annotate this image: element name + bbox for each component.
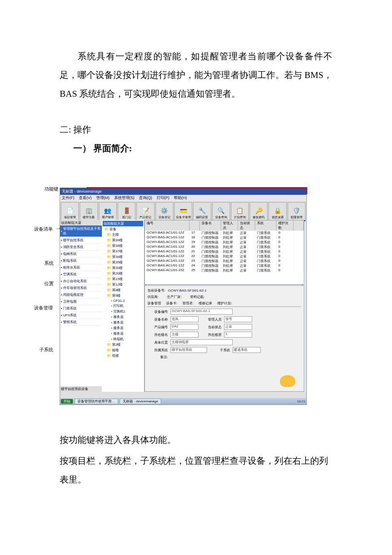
tree-floor-7[interactable]: 第20楼 — [103, 271, 143, 276]
code-setting-button[interactable]: 🔧编码设置 — [193, 202, 211, 220]
menu-help[interactable]: 帮助(H) — [174, 196, 187, 200]
door-card-button[interactable]: 🚪权门记 — [118, 202, 135, 220]
sidebar-item-0[interactable]: ▪管理楼宇自控系统及子系统 — [60, 225, 102, 237]
sidebar-item-2[interactable]: ▪消防安全系统 — [60, 244, 102, 251]
tab-supplier[interactable]: 供应商: — [147, 295, 159, 299]
fld-sys[interactable]: 楼宇自控系统 — [170, 347, 207, 353]
fld-status[interactable]: 正常 — [224, 324, 252, 330]
menu-view[interactable]: 查看(V) — [79, 196, 92, 200]
tab-repair[interactable]: 维修记录 — [199, 301, 212, 306]
tree-floor-8[interactable]: 第15楼 — [103, 276, 143, 282]
fld-floor2[interactable]: 1 — [224, 332, 252, 338]
fld-manager[interactable]: 张号 — [224, 316, 252, 322]
device-register-button[interactable]: ⚙️设备登记 — [156, 202, 173, 220]
tree-more-0[interactable]: 第2楼 — [103, 342, 143, 347]
list-header-6[interactable]: 维护次数 — [277, 220, 294, 231]
device-query-button[interactable]: 🔍设备查询 — [212, 202, 230, 220]
menu-print[interactable]: 打印(P) — [157, 196, 170, 200]
tree-floor-3[interactable]: 第37楼 — [103, 249, 143, 254]
tab-device-card[interactable]: 设备卡: — [166, 301, 177, 306]
table-row[interactable]: GCWY-BAS-AC1/01-12Z22门禁控制器刘红星正常门禁系统0 — [145, 254, 304, 259]
taskbar-task-1[interactable]: 设备管理软件使用手册… — [75, 399, 118, 404]
tree-floor-6[interactable]: 第30楼 — [103, 265, 143, 271]
sidebar-item-1[interactable]: ▪楼宇自控系统 — [60, 237, 102, 244]
table-row[interactable]: GCWY-BAS-AC1/01-12Z19门禁控制器刘红星正常门禁系统0 — [145, 240, 304, 245]
taskbar-task-2[interactable]: 无标题 - devicemanage — [120, 399, 161, 404]
tree-floor-0[interactable]: 主楼 — [103, 232, 143, 237]
list-header-2[interactable]: 设备名 — [200, 220, 221, 231]
card-manage-button[interactable]: 💳设备卡管理 — [174, 202, 192, 220]
table-row[interactable]: GCWY-BAS-AC1/01-12Z18门禁控制器刘红星正常门禁系统0 — [145, 235, 304, 240]
table-row[interactable]: GCWY-BAS-AC1/01-15Z25门禁控制器刘红星正常门禁系统0 — [145, 268, 304, 273]
tree-floor-9[interactable]: 第12楼 — [103, 282, 143, 287]
sidebar-item-13[interactable]: ▪警报系统 — [60, 319, 102, 326]
project-manage-button[interactable]: 📄项目管理 — [61, 202, 79, 220]
table-row[interactable]: GCWY-BAS-AC1/01-12Z21门禁控制器刘红星正常门禁系统0 — [145, 249, 304, 254]
tree-more-2[interactable]: 塔楼 — [103, 353, 143, 358]
tree-floor-11[interactable]: 第5楼 — [103, 293, 143, 298]
fld-device-id[interactable]: GCWY-BAS-SF3/01-6Z-1 — [170, 309, 233, 315]
permission-button[interactable]: 🛡️权限管理 — [288, 202, 306, 220]
tree-child-5[interactable]: 服务器 — [103, 325, 143, 331]
menu-bar[interactable]: 文件(F) 查看(V) 管理(M) 系统管理(S) 查询(Q) 打印(P) 帮助… — [60, 195, 306, 201]
lock-desktop-button[interactable]: 🔒锁定桌面 — [268, 202, 286, 220]
sidebar-item-10[interactable]: ▪卫星电视 — [60, 298, 102, 305]
tree-root[interactable]: 信息枢纽大厦 — [103, 221, 143, 226]
user-manage-button[interactable]: 👥用户管理 — [99, 202, 117, 220]
fld-device-name[interactable]: 送风 — [170, 316, 199, 322]
tree-floor-4[interactable]: 第36楼 — [103, 254, 143, 260]
tab-plan[interactable]: 维护计划: — [217, 301, 232, 306]
sidebar-item-9[interactable]: ▪闭路电视监控 — [60, 292, 102, 298]
tree-child-6[interactable]: 服务器 — [103, 331, 143, 336]
list-header-5[interactable]: 系统 — [255, 220, 277, 231]
tree-floor-1[interactable]: 第39楼 — [103, 237, 143, 243]
sidebar-item-5[interactable]: ▪给排水系统 — [60, 264, 102, 271]
change-pwd-button[interactable]: 🔑修改密码 — [250, 202, 268, 220]
sidebar-item-4[interactable]: ▪配电系统 — [60, 257, 102, 264]
table-row[interactable]: GCWY-BAS-AC1/01-12Z17门禁控制器刘红星正常门禁系统0 — [145, 231, 304, 235]
sidebar-item-11[interactable]: ▪门禁系统 — [60, 305, 102, 312]
menu-manage[interactable]: 管理(M) — [96, 196, 110, 200]
fld-floor[interactable]: 主楼 — [170, 332, 199, 338]
tab-manufacturer[interactable]: 生产厂家: — [167, 295, 182, 299]
list-header-4[interactable]: 当前状态 — [238, 220, 255, 231]
fld-product-id[interactable]: DA2 — [170, 324, 199, 330]
menu-sysmanage[interactable]: 系统管理(S) — [114, 196, 135, 200]
tree-child-0[interactable]: CP31-2 — [103, 298, 143, 303]
fld-subsys[interactable]: 暖通系统 — [233, 347, 261, 353]
sidebar-item-8[interactable]: ▪停车场管理系统 — [60, 285, 102, 292]
tree-child-1[interactable]: 打印机 — [103, 303, 143, 309]
list-header-0[interactable]: 编号 — [145, 220, 190, 231]
table-row[interactable]: GCWY-BAS-AC1/01-12Z20门禁控制器刘红星正常门禁系统0 — [145, 245, 304, 249]
list-header-7[interactable] — [294, 220, 304, 231]
fld-pos[interactable]: 主楼弱电室 — [170, 339, 233, 345]
tree-child-7[interactable]: 终端机 — [103, 336, 143, 342]
product-register-button[interactable]: 📝产品登记 — [136, 202, 154, 220]
tree-floor-10[interactable]: 第8楼 — [103, 287, 143, 293]
tree-child-3[interactable]: 服务器 — [103, 314, 143, 320]
menu-file[interactable]: 文件(F) — [62, 196, 75, 200]
tree-child-4[interactable]: 服务器 — [103, 320, 143, 325]
table-row[interactable]: GCWY-BAS-AC1/01-12Z24门禁控制器刘红星正常门禁系统0 — [145, 263, 304, 268]
list-header-3[interactable]: 管理人员 — [221, 220, 238, 231]
plan-query-button[interactable]: 📋计划查询 — [231, 202, 249, 220]
tree-more-1[interactable]: 裙楼 — [103, 347, 143, 353]
table-row[interactable]: GCWY-BAS-AC1/01-12Z23门禁控制器刘红星正常门禁系统0 — [145, 259, 304, 263]
sidebar-item-12[interactable]: ▪UPS系统 — [60, 312, 102, 319]
menu-query[interactable]: 查询(Q) — [139, 196, 152, 200]
tree-sub[interactable]: 设备 — [103, 226, 143, 232]
tree-floor-2[interactable]: 第38楼 — [103, 243, 143, 249]
tree-child-2[interactable]: 交换机1 — [103, 309, 143, 314]
tab-manager[interactable]: 管理者: — [182, 301, 193, 306]
sidebar-item-7[interactable]: ▪办公自动化系统 — [60, 278, 102, 285]
list-header-1[interactable] — [190, 220, 200, 231]
tab-device-manage[interactable]: 设备管理 — [147, 301, 161, 306]
sidebar-item-6[interactable]: ▪空调系统 — [60, 271, 102, 278]
sidebar-icon-0: ▪ — [61, 229, 62, 233]
school-register-button[interactable]: 🏢楼宇注册 — [80, 202, 98, 220]
tree-floor-5[interactable]: 第35楼 — [103, 260, 143, 265]
tab-data[interactable]: 资料记载: — [190, 295, 205, 299]
sidebar-item-3[interactable]: ▪电梯系统 — [60, 251, 102, 257]
cell: 门禁控制器 — [200, 231, 221, 235]
start-button[interactable]: 开始 — [61, 399, 73, 404]
